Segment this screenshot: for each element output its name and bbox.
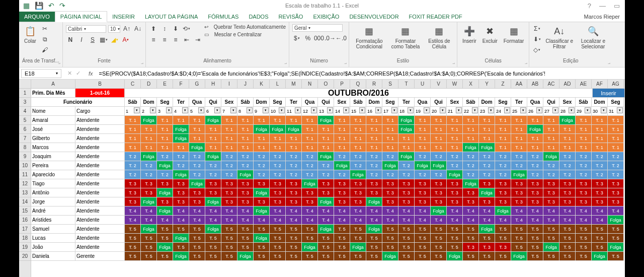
shift-cell[interactable]: Folga xyxy=(463,143,479,152)
shift-cell[interactable]: T. 3 xyxy=(334,197,350,206)
filter-icon[interactable]: ▾ xyxy=(408,107,414,113)
shift-cell[interactable]: T. 1 xyxy=(431,125,447,134)
row-header[interactable]: 20 xyxy=(19,252,31,261)
shift-cell[interactable]: T. 4 xyxy=(576,216,592,225)
shift-cell[interactable]: T. 5 xyxy=(157,252,173,261)
shift-cell[interactable]: T. 1 xyxy=(463,125,479,134)
shift-cell[interactable]: T. 3 xyxy=(608,179,624,188)
col-header[interactable]: N xyxy=(302,80,318,89)
shift-cell[interactable]: T. 5 xyxy=(415,243,431,252)
italic-button[interactable]: I xyxy=(77,35,86,44)
align-right-icon[interactable]: ≡ xyxy=(171,35,180,44)
shift-cell[interactable]: T. 5 xyxy=(463,225,479,234)
col-header[interactable]: O xyxy=(318,80,334,89)
shift-cell[interactable]: T. 2 xyxy=(125,161,141,170)
weekday-header[interactable]: Dom xyxy=(479,98,495,107)
shift-cell[interactable]: Folga xyxy=(318,197,334,206)
shift-cell[interactable]: T. 5 xyxy=(350,234,366,243)
cargo-cell[interactable]: Gerente xyxy=(75,252,125,261)
shift-cell[interactable]: T. 5 xyxy=(431,252,447,261)
shift-cell[interactable]: Folga xyxy=(479,188,495,197)
shift-cell[interactable]: T. 3 xyxy=(559,188,576,197)
shift-cell[interactable]: T. 2 xyxy=(286,152,302,161)
shift-cell[interactable]: T. 5 xyxy=(479,234,495,243)
weekday-header[interactable]: Qua xyxy=(302,98,318,107)
shift-cell[interactable]: T. 1 xyxy=(511,134,527,143)
align-left-icon[interactable]: ≡ xyxy=(149,35,158,44)
shift-cell[interactable]: T. 5 xyxy=(447,234,463,243)
shift-cell[interactable]: T. 4 xyxy=(366,216,382,225)
daynum-cell[interactable]: 13▾ xyxy=(318,107,334,116)
shift-cell[interactable]: T. 1 xyxy=(576,134,592,143)
shift-cell[interactable]: T. 5 xyxy=(447,243,463,252)
weekday-header[interactable]: Seg xyxy=(157,98,173,107)
name-cell[interactable]: Joaquim xyxy=(31,152,75,161)
shift-cell[interactable]: Folga xyxy=(511,170,527,179)
shift-cell[interactable]: T. 1 xyxy=(334,116,350,125)
shift-cell[interactable]: T. 5 xyxy=(366,234,382,243)
shift-cell[interactable]: T. 3 xyxy=(479,179,495,188)
shift-cell[interactable]: T. 1 xyxy=(527,134,543,143)
shift-cell[interactable]: T. 5 xyxy=(366,243,382,252)
shift-cell[interactable]: T. 1 xyxy=(495,143,511,152)
filter-icon[interactable]: ▾ xyxy=(311,107,317,113)
shift-cell[interactable]: T. 4 xyxy=(608,206,624,216)
shift-cell[interactable]: T. 2 xyxy=(608,152,624,161)
shift-cell[interactable]: T. 2 xyxy=(576,152,592,161)
shift-cell[interactable]: T. 3 xyxy=(463,188,479,197)
shift-cell[interactable]: T. 4 xyxy=(270,216,286,225)
accept-formula-icon[interactable]: ✓ xyxy=(76,70,80,77)
shift-cell[interactable]: Folga xyxy=(608,243,624,252)
shift-cell[interactable]: T. 5 xyxy=(592,243,608,252)
shift-cell[interactable]: T. 4 xyxy=(382,216,398,225)
shift-cell[interactable]: T. 4 xyxy=(382,206,398,216)
shift-cell[interactable]: T. 1 xyxy=(495,125,511,134)
shift-cell[interactable]: T. 2 xyxy=(511,152,527,161)
border-button[interactable]: ▦ xyxy=(99,35,108,44)
tab-formulas[interactable]: FÓRMULAS xyxy=(203,12,244,22)
shift-cell[interactable]: T. 3 xyxy=(527,188,543,197)
shift-cell[interactable]: Folga xyxy=(398,152,415,161)
shift-cell[interactable]: T. 4 xyxy=(398,206,415,216)
shift-cell[interactable]: T. 2 xyxy=(366,152,382,161)
shift-cell[interactable]: T. 5 xyxy=(559,225,576,234)
shift-cell[interactable]: T. 1 xyxy=(559,143,576,152)
shift-cell[interactable]: T. 3 xyxy=(527,197,543,206)
weekday-header[interactable]: Sáb xyxy=(125,98,141,107)
shift-cell[interactable]: T. 3 xyxy=(463,243,479,252)
shift-cell[interactable]: T. 3 xyxy=(543,188,559,197)
daynum-cell[interactable]: 6▾ xyxy=(205,107,221,116)
shift-cell[interactable]: T. 1 xyxy=(141,134,157,143)
save-icon[interactable]: 💾 xyxy=(35,2,43,10)
shift-cell[interactable]: T. 1 xyxy=(576,116,592,125)
shift-cell[interactable]: Folga xyxy=(559,116,576,125)
shift-cell[interactable]: T. 5 xyxy=(398,252,415,261)
weekday-header[interactable]: Qui xyxy=(543,98,559,107)
daynum-cell[interactable]: 23▾ xyxy=(479,107,495,116)
shift-cell[interactable]: T. 3 xyxy=(237,188,254,197)
shift-cell[interactable]: T. 1 xyxy=(350,125,366,134)
shift-cell[interactable]: T. 2 xyxy=(592,170,608,179)
shift-cell[interactable]: T. 2 xyxy=(576,161,592,170)
name-cell[interactable]: Tiago xyxy=(31,179,75,188)
shift-cell[interactable]: T. 1 xyxy=(447,116,463,125)
shift-cell[interactable]: T. 5 xyxy=(527,225,543,234)
shift-cell[interactable]: T. 3 xyxy=(495,243,511,252)
shift-cell[interactable]: T. 4 xyxy=(237,206,254,216)
shift-cell[interactable]: T. 4 xyxy=(447,216,463,225)
shift-cell[interactable]: Folga xyxy=(141,197,157,206)
name-cell[interactable]: Pereira xyxy=(31,161,75,170)
daynum-cell[interactable]: 3▾ xyxy=(157,107,173,116)
paste-button[interactable]: 📋 Colar xyxy=(22,24,38,45)
cargo-header[interactable]: Cargo xyxy=(75,107,125,116)
weekday-header[interactable]: Seg xyxy=(608,98,624,107)
shift-cell[interactable]: T. 4 xyxy=(559,216,576,225)
row-header[interactable]: 18 xyxy=(19,234,31,243)
shift-cell[interactable]: T. 3 xyxy=(495,197,511,206)
cell-a1[interactable]: Prim. Dia Mês xyxy=(31,89,75,98)
fill-color-button[interactable]: ◢ xyxy=(110,35,119,44)
shift-cell[interactable]: T. 3 xyxy=(447,188,463,197)
cargo-cell[interactable]: Atendente xyxy=(75,197,125,206)
name-cell[interactable]: Daniela xyxy=(31,252,75,261)
copy-icon[interactable]: ⧉ xyxy=(40,35,49,44)
